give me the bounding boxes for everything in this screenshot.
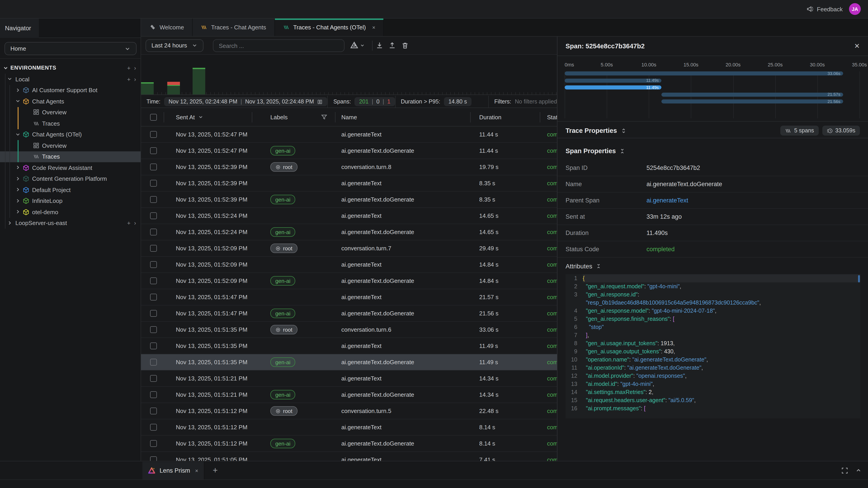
column-header-status[interactable]: Status — [547, 108, 557, 126]
table-row[interactable]: Nov 13, 2025, 01:51:35 PMgen-aiai.genera… — [141, 354, 557, 370]
labels-filter-button[interactable] — [321, 108, 327, 126]
table-row[interactable]: Nov 13, 2025, 01:51:47 PMai.generateText… — [141, 289, 557, 305]
time-range-select[interactable]: Last 24 hours — [146, 39, 204, 52]
row-checkbox[interactable] — [150, 131, 157, 138]
histogram-bar[interactable] — [141, 82, 154, 94]
chevron-down-icon[interactable] — [15, 131, 21, 138]
table-row[interactable]: Nov 13, 2025, 01:52:47 PMgen-aiai.genera… — [141, 143, 557, 159]
table-row[interactable]: Nov 13, 2025, 01:51:35 PMai.generateText… — [141, 338, 557, 354]
table-row[interactable]: Nov 13, 2025, 01:52:24 PMgen-aiai.genera… — [141, 224, 557, 240]
row-checkbox[interactable] — [150, 229, 157, 235]
row-checkbox[interactable] — [150, 147, 157, 154]
timeline-span-bar[interactable]: 21.57s — [661, 92, 843, 96]
sidebar-item-overview[interactable]: Overview — [0, 140, 141, 151]
collapse-vertical-icon[interactable] — [596, 263, 601, 269]
table-row[interactable]: Nov 13, 2025, 01:51:47 PMgen-aiai.genera… — [141, 305, 557, 322]
collapse-vertical-icon[interactable] — [619, 148, 625, 154]
feedback-button[interactable]: Feedback — [807, 5, 843, 13]
close-icon[interactable]: ✕ — [854, 42, 860, 50]
timeline-span-bar[interactable]: 21.56s — [661, 99, 843, 103]
timeline-span-bar[interactable]: 11.49s — [565, 86, 661, 90]
select-all-checkbox[interactable] — [150, 114, 157, 121]
chevron-right-icon[interactable] — [15, 165, 21, 171]
tab-traces-chat-agents-otel-[interactable]: Traces - Chat Agents (OTel)× — [275, 19, 384, 36]
chevron-right-icon[interactable] — [15, 209, 21, 215]
expand-vertical-icon[interactable] — [620, 128, 626, 133]
upload-button[interactable] — [388, 41, 396, 49]
expand-button[interactable]: › — [134, 220, 136, 227]
chevron-right-icon[interactable] — [15, 198, 21, 204]
table-row[interactable]: Nov 13, 2025, 01:51:21 PMai.generateText… — [141, 370, 557, 387]
row-checkbox[interactable] — [150, 359, 157, 365]
column-header-duration[interactable]: Duration — [479, 108, 501, 126]
duration-p95-pill[interactable]: 14.80 s — [444, 97, 471, 106]
table-row[interactable]: Nov 13, 2025, 01:52:09 PMrootconversatio… — [141, 240, 557, 257]
download-button[interactable] — [376, 41, 383, 49]
lens-prism-tab[interactable]: Lens Prism × — [143, 462, 204, 480]
expand-button[interactable]: › — [134, 76, 136, 83]
table-row[interactable]: Nov 13, 2025, 01:51:12 PMrootconversatio… — [141, 403, 557, 419]
row-checkbox[interactable] — [150, 326, 157, 333]
avatar[interactable]: JA — [849, 3, 861, 15]
table-row[interactable]: Nov 13, 2025, 01:51:12 PMgen-aiai.genera… — [141, 435, 557, 452]
row-checkbox[interactable] — [150, 213, 157, 219]
tab-welcome[interactable]: Welcome — [141, 19, 193, 36]
table-row[interactable]: Nov 13, 2025, 01:51:05 PMai.generateText… — [141, 452, 557, 461]
sidebar-item-local[interactable]: Local+› — [0, 74, 141, 85]
table-row[interactable]: Nov 13, 2025, 01:52:39 PMai.generateText… — [141, 175, 557, 192]
chevron-right-icon[interactable] — [15, 87, 21, 94]
add-button[interactable]: + — [127, 220, 130, 227]
tab-traces-chat-agents[interactable]: Traces - Chat Agents — [193, 19, 275, 36]
add-tab-button[interactable]: + — [207, 461, 223, 480]
table-row[interactable]: Nov 13, 2025, 01:52:09 PMai.generateText… — [141, 257, 557, 273]
fullscreen-icon[interactable] — [841, 467, 848, 474]
sidebar-item-traces[interactable]: Traces — [0, 118, 141, 129]
timeline-span-bar[interactable]: 11.49s — [565, 78, 661, 83]
histogram-bar[interactable] — [193, 68, 205, 94]
close-icon[interactable]: × — [195, 467, 198, 474]
timeline-span-bar[interactable]: 33.06s — [565, 71, 843, 75]
row-checkbox[interactable] — [150, 245, 157, 252]
property-value[interactable]: ai.generateText — [647, 197, 688, 204]
row-checkbox[interactable] — [150, 440, 157, 447]
table-row[interactable]: Nov 13, 2025, 01:52:09 PMgen-aiai.genera… — [141, 273, 557, 289]
table-row[interactable]: Nov 13, 2025, 01:52:39 PMgen-aiai.genera… — [141, 192, 557, 208]
editor-scrollbar-thumb[interactable] — [858, 275, 860, 283]
row-checkbox[interactable] — [150, 278, 157, 284]
row-checkbox[interactable] — [150, 391, 157, 398]
row-checkbox[interactable] — [150, 424, 157, 431]
sidebar-item-ai-customer-support-bot[interactable]: AI Customer Support Bot — [0, 85, 141, 96]
row-checkbox[interactable] — [150, 408, 157, 414]
sidebar-item-infiniteloop[interactable]: InfiniteLoop — [0, 195, 141, 206]
row-checkbox[interactable] — [150, 180, 157, 187]
span-histogram[interactable] — [141, 55, 557, 95]
row-checkbox[interactable] — [150, 343, 157, 349]
scope-select[interactable]: Home — [4, 42, 136, 55]
add-environment-button[interactable]: + — [127, 64, 130, 71]
add-button[interactable]: + — [127, 76, 130, 83]
table-row[interactable]: Nov 13, 2025, 01:52:47 PMai.generateText… — [141, 127, 557, 143]
span-timeline[interactable]: 0ms5.00s10.00s15.00s20.00s25.00s30.00s35… — [557, 56, 868, 122]
row-checkbox[interactable] — [150, 310, 157, 317]
chevron-right-icon[interactable] — [15, 176, 21, 182]
sidebar-item-chat-agents[interactable]: Chat Agents — [0, 96, 141, 107]
row-checkbox[interactable] — [150, 294, 157, 300]
row-checkbox[interactable] — [150, 261, 157, 268]
chevron-right-icon[interactable] — [7, 220, 13, 226]
chevron-down-icon[interactable] — [15, 98, 21, 105]
delete-button[interactable] — [401, 42, 409, 49]
search-input[interactable]: Search ... — [213, 39, 344, 52]
time-range-pill[interactable]: Nov 12, 2025, 02:24:48 PM | Nov 13, 2025… — [164, 97, 328, 106]
chevron-up-icon[interactable] — [855, 467, 862, 474]
column-header-sent-at[interactable]: Sent At — [176, 108, 204, 126]
table-row[interactable]: Nov 13, 2025, 01:51:21 PMgen-aiai.genera… — [141, 387, 557, 403]
sidebar-item-overview[interactable]: Overview — [0, 107, 141, 118]
chevron-right-icon[interactable] — [15, 187, 21, 193]
sidebar-item-traces[interactable]: Traces — [0, 151, 141, 162]
row-checkbox[interactable] — [150, 196, 157, 203]
column-header-labels[interactable]: Labels — [270, 108, 288, 126]
chevron-down-icon[interactable] — [7, 76, 13, 83]
table-row[interactable]: Nov 13, 2025, 01:51:35 PMrootconversatio… — [141, 322, 557, 338]
sidebar-item-otel-demo[interactable]: otel-demo — [0, 206, 141, 218]
sidebar-item-code-review-assistant[interactable]: Code Review Assistant — [0, 162, 141, 173]
